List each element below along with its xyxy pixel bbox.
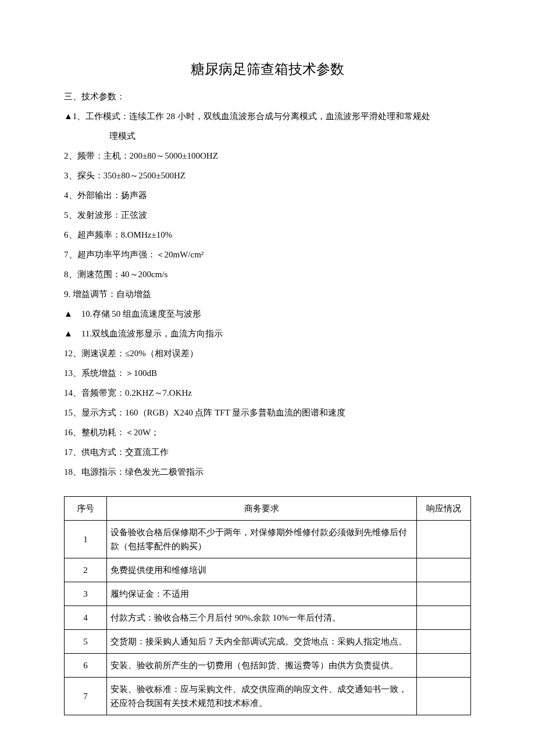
cell-num: 2 (65, 558, 107, 582)
table-body: 1设备验收合格后保修期不少于两年，对保修期外维修付款必须做到先维修后付款（包括零… (65, 521, 471, 715)
page-title: 糖尿病足筛查箱技术参数 (64, 58, 471, 80)
col-resp: 响应情况 (417, 497, 471, 521)
cell-req: 设备验收合格后保修期不少于两年，对保修期外维修付款必须做到先维修后付款（包括零配… (107, 521, 417, 558)
table-row: 6安装、验收前所产生的一切费用（包括卸货、搬运费等）由供方负责提供。 (65, 654, 471, 678)
spec-item: 6、超声频率：8.OMHz±10% (64, 228, 471, 242)
table-row: 7安装、验收标准：应与采购文件、成交供应商的响应文件、成交通知书一致，还应符合我… (65, 678, 471, 715)
cell-resp (417, 558, 471, 582)
spec-list: ▲1、工作模式：连续工作 28 小时，双线血流波形合成与分离模式，血流波形平滑处… (64, 109, 471, 479)
table-row: 1设备验收合格后保修期不少于两年，对保修期外维修付款必须做到先维修后付款（包括零… (65, 521, 471, 558)
cell-resp (417, 521, 471, 558)
spec-item: 4、外部输出：扬声器 (64, 188, 471, 202)
spec-item: 8、测速范围：40～200cm/s (64, 267, 471, 281)
cell-req: 安装、验收标准：应与采购文件、成交供应商的响应文件、成交通知书一致，还应符合我国… (107, 678, 417, 715)
cell-num: 6 (65, 654, 107, 678)
spec-item: 9. 增益调节：自动增益 (64, 287, 471, 301)
spec-item: 12、测速误差：≤20%（相对误差） (64, 346, 471, 360)
spec-item: ▲ 10.存储 50 组血流速度至与波形 (64, 307, 471, 321)
spec-item: 16、整机功耗：＜20W； (64, 425, 471, 439)
section-label: 三、技术参数： (64, 89, 471, 103)
cell-req: 免费提供使用和维修培训 (107, 558, 417, 582)
cell-num: 1 (65, 521, 107, 558)
spec-item: ▲ 11.双线血流波形显示，血流方向指示 (64, 327, 471, 341)
cell-resp (417, 582, 471, 606)
spec-item: 13、系统增益：＞100dB (64, 366, 471, 380)
spec-item: 17、供电方式：交直流工作 (64, 445, 471, 459)
col-req: 商务要求 (107, 497, 417, 521)
table-header-row: 序号 商务要求 响应情况 (65, 497, 471, 521)
spec-item: 14、音频带宽：0.2KHZ～7.OKHz (64, 386, 471, 400)
cell-req: 付款方式：验收合格三个月后付 90%,余款 10%一年后付清。 (107, 606, 417, 630)
spec-item: 理模式 (64, 129, 471, 143)
cell-num: 5 (65, 630, 107, 654)
table-row: 4付款方式：验收合格三个月后付 90%,余款 10%一年后付清。 (65, 606, 471, 630)
spec-item: 3、探头：350±80～2500±500HZ (64, 169, 471, 182)
cell-resp (417, 678, 471, 715)
cell-req: 安装、验收前所产生的一切费用（包括卸货、搬运费等）由供方负责提供。 (107, 654, 417, 678)
spec-item: 15、显示方式：160（RGB）X240 点阵 TFT 显示多普勒血流的图谱和速… (64, 406, 471, 420)
cell-num: 4 (65, 606, 107, 630)
cell-num: 7 (65, 678, 107, 715)
cell-req: 履约保证金：不适用 (107, 582, 417, 606)
table-row: 2免费提供使用和维修培训 (65, 558, 471, 582)
table-row: 3履约保证金：不适用 (65, 582, 471, 606)
spec-item: 18、电源指示：绿色发光二极管指示 (64, 465, 471, 479)
spec-item: ▲1、工作模式：连续工作 28 小时，双线血流波形合成与分离模式，血流波形平滑处… (64, 109, 471, 123)
spec-item: 2、频带：主机：200±80～5000±100OHZ (64, 149, 471, 163)
spec-item: 7、超声功率平均声强：＜20mW/cm² (64, 248, 471, 261)
cell-resp (417, 630, 471, 654)
cell-num: 3 (65, 582, 107, 606)
table-row: 5交货期：接采购人通知后 7 天内全部调试完成。交货地点：采购人指定地点。 (65, 630, 471, 654)
requirements-table: 序号 商务要求 响应情况 1设备验收合格后保修期不少于两年，对保修期外维修付款必… (64, 496, 471, 715)
col-num: 序号 (65, 497, 107, 521)
cell-resp (417, 606, 471, 630)
cell-resp (417, 654, 471, 678)
cell-req: 交货期：接采购人通知后 7 天内全部调试完成。交货地点：采购人指定地点。 (107, 630, 417, 654)
spec-item: 5、发射波形：正弦波 (64, 208, 471, 222)
